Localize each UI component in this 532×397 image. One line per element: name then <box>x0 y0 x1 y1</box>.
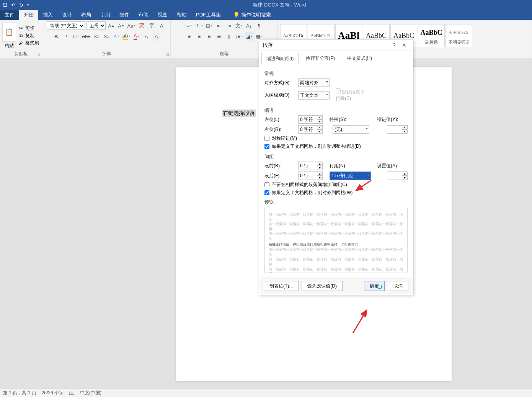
change-case-icon[interactable]: Aa▾ <box>127 21 136 30</box>
tab-references[interactable]: 引用 <box>96 10 115 20</box>
tab-pagination[interactable]: 换行和分页(P) <box>301 52 340 64</box>
undo-icon[interactable]: ↶ <box>11 2 15 8</box>
copy-icon: ⧉ <box>18 33 24 38</box>
font-color-icon[interactable]: A▾ <box>132 32 140 41</box>
font-name-select[interactable]: 等线 (中文正文 <box>47 21 85 30</box>
spin-down-icon[interactable]: ▼ <box>402 176 408 180</box>
tab-view[interactable]: 视图 <box>153 10 172 20</box>
cancel-button[interactable]: 取消 <box>388 281 408 291</box>
spin-up-icon[interactable]: ▲ <box>317 172 323 176</box>
tab-home[interactable]: 开始 <box>19 10 38 20</box>
indent-left-input[interactable] <box>298 115 317 124</box>
bold-icon[interactable]: B <box>52 32 60 41</box>
align-left-icon[interactable]: ≡ <box>185 32 193 41</box>
mirror-indent-checkbox[interactable] <box>264 136 269 141</box>
increase-indent-icon[interactable]: ⇥ <box>225 21 233 30</box>
spacing-at-input[interactable] <box>387 172 402 180</box>
indent-by-input[interactable] <box>387 125 402 134</box>
redo-icon[interactable]: ↻ <box>19 2 23 8</box>
ok-button[interactable]: 确定 <box>364 281 385 291</box>
space-before-input[interactable] <box>298 162 317 170</box>
highlight-icon[interactable]: ab▾ <box>122 32 131 41</box>
asian-layout-icon[interactable]: 文▾ <box>235 21 243 30</box>
bullets-icon[interactable]: ≡▾ <box>185 21 194 30</box>
style-subtle-emphasis[interactable]: AaBbCcDc不明显强调 <box>446 24 472 47</box>
status-proofing-icon[interactable]: 📖 <box>69 390 75 396</box>
shading-icon[interactable]: ◢▾ <box>245 32 253 41</box>
auto-indent-grid-checkbox[interactable] <box>264 144 269 149</box>
align-center-icon[interactable]: ≡ <box>195 32 203 41</box>
underline-icon[interactable]: U▾ <box>72 32 80 41</box>
tab-review[interactable]: 审阅 <box>134 10 153 20</box>
numbering-icon[interactable]: ⒈▾ <box>195 21 204 30</box>
clipboard-launcher-icon[interactable]: ⇲ <box>37 52 40 56</box>
char-shading-icon[interactable]: A <box>152 32 160 41</box>
spin-up-icon[interactable]: ▲ <box>317 115 323 119</box>
special-label: 特殊(S): <box>330 116 362 123</box>
spin-up-icon[interactable]: ▲ <box>402 172 408 176</box>
help-icon[interactable]: ? <box>389 42 399 48</box>
spin-down-icon[interactable]: ▼ <box>317 119 323 124</box>
spin-down-icon[interactable]: ▼ <box>317 176 323 180</box>
align-right-icon[interactable]: ≡ <box>205 32 213 41</box>
italic-icon[interactable]: I <box>62 32 70 41</box>
tab-help[interactable]: 帮助 <box>172 10 191 20</box>
line-spacing-select[interactable] <box>330 172 371 180</box>
subscript-icon[interactable]: X2 <box>92 32 101 41</box>
special-indent-select[interactable]: (无) <box>333 125 369 134</box>
status-words[interactable]: 26/26 个字 <box>42 390 64 396</box>
alignment-select[interactable]: 两端对齐 <box>298 78 330 87</box>
spin-down-icon[interactable]: ▼ <box>402 129 408 134</box>
font-size-select[interactable]: 五号 <box>86 21 106 30</box>
show-marks-icon[interactable]: ¶ <box>255 21 263 30</box>
status-language[interactable]: 中文(中国) <box>80 390 101 396</box>
status-page[interactable]: 第 1 页，共 1 页 <box>3 390 36 396</box>
strike-icon[interactable]: abc <box>82 32 91 41</box>
line-spacing-icon[interactable]: ↕≡▾ <box>235 32 243 41</box>
superscript-icon[interactable]: X2 <box>102 32 111 41</box>
format-painter-button[interactable]: 🖌格式刷 <box>18 40 39 46</box>
tab-asian[interactable]: 中文版式(H) <box>342 52 377 64</box>
grow-font-icon[interactable]: A▲ <box>107 21 116 30</box>
tab-layout[interactable]: 布局 <box>77 10 96 20</box>
tab-pdf[interactable]: PDF工具集 <box>191 10 225 20</box>
decrease-indent-icon[interactable]: ⇤ <box>215 21 224 30</box>
tab-insert[interactable]: 插入 <box>38 10 57 20</box>
sort-icon[interactable]: A↓ <box>245 21 253 30</box>
set-default-button[interactable]: 设为默认值(D) <box>302 281 343 291</box>
spin-up-icon[interactable]: ▲ <box>317 125 323 129</box>
tab-file[interactable]: 文件 <box>0 10 19 20</box>
shrink-font-icon[interactable]: A▼ <box>117 21 126 30</box>
snap-grid-checkbox[interactable] <box>264 190 269 195</box>
selected-text[interactable]: 右键选择段落 <box>222 109 256 117</box>
tell-me-search[interactable]: 💡 操作说明搜索 <box>228 10 276 20</box>
clear-format-icon[interactable]: A <box>157 21 166 30</box>
enclose-icon[interactable]: 字 <box>147 21 156 30</box>
phonetic-guide-icon[interactable]: 変 <box>137 21 146 30</box>
font-launcher-icon[interactable]: ⇲ <box>166 52 169 56</box>
spin-down-icon[interactable]: ▼ <box>317 129 323 134</box>
cut-button[interactable]: ✂剪切 <box>18 25 39 32</box>
copy-button[interactable]: ⧉复制 <box>18 33 39 39</box>
paste-button[interactable]: 📋 <box>2 23 16 42</box>
indent-right-input[interactable] <box>298 125 317 134</box>
save-icon[interactable]: 🖫 <box>2 2 7 8</box>
tabs-button[interactable]: 制表位(T)... <box>264 281 299 291</box>
text-effects-icon[interactable]: A▾ <box>112 32 121 41</box>
distribute-icon[interactable]: ⫿ <box>225 32 233 41</box>
spin-up-icon[interactable]: ▲ <box>402 125 408 129</box>
spin-up-icon[interactable]: ▲ <box>317 162 323 166</box>
tab-design[interactable]: 设计 <box>57 10 77 20</box>
char-border-icon[interactable]: A <box>142 32 150 41</box>
style-subtitle[interactable]: AaBbC副标题 <box>418 24 445 47</box>
justify-icon[interactable]: ≣ <box>215 32 223 41</box>
no-space-same-style-checkbox[interactable] <box>264 182 269 187</box>
multilevel-icon[interactable]: ⊟▾ <box>205 21 214 30</box>
outline-select[interactable]: 正文文本 <box>298 91 330 100</box>
space-after-input[interactable] <box>298 172 317 180</box>
spin-down-icon[interactable]: ▼ <box>317 166 323 170</box>
tab-indent-spacing[interactable]: 缩进和间距(I) <box>261 53 299 64</box>
close-icon[interactable]: ✕ <box>399 42 409 48</box>
space-after-label: 段后(F): <box>264 173 295 179</box>
tab-mailings[interactable]: 邮件 <box>115 10 134 20</box>
